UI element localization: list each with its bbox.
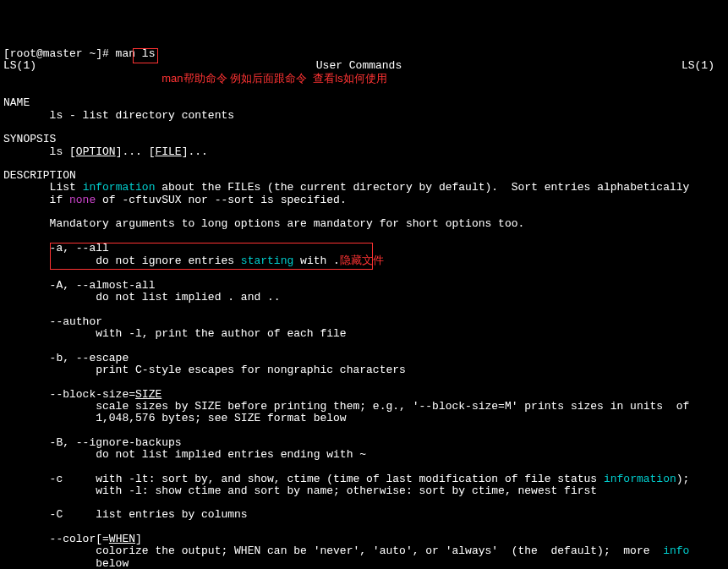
terminal-manpage[interactable]: [root@master ~]# man lsLS(1)User Command… bbox=[0, 48, 728, 569]
name-line: ls - list directory contents bbox=[50, 109, 234, 122]
section-description-hdr: DESCRIPTION bbox=[3, 169, 76, 182]
header-center: User Commands bbox=[316, 60, 402, 72]
shell-prompt: [root@master ~]# man ls bbox=[3, 47, 155, 60]
opt-c: -c bbox=[50, 473, 63, 485]
desc-line1: List information about the FILEs (the cu… bbox=[50, 181, 690, 194]
opt-b-desc: print C-style escapes for nongraphic cha… bbox=[96, 364, 406, 376]
header-left: LS(1) bbox=[3, 60, 36, 72]
header-right: LS(1) bbox=[681, 60, 714, 72]
opt-A: -A, --almost-all bbox=[50, 279, 156, 292]
opt-author-desc: with -l, print the author of each file bbox=[96, 327, 346, 340]
annotation-hidden: 隐藏文件 bbox=[340, 254, 384, 266]
opt-color-desc2: below bbox=[96, 557, 129, 569]
desc-line2: if none of -cftuvSUX nor --sort is speci… bbox=[50, 194, 347, 206]
option-a-block: -a, --all do not ignore entries starting… bbox=[3, 243, 725, 268]
synopsis-line: ls [OPTION]... [FILE]... bbox=[50, 145, 208, 158]
opt-C: -C bbox=[50, 508, 63, 521]
manpage-header: LS(1)User CommandsLS(1) bbox=[3, 60, 725, 72]
opt-c-desc1: with -lt: sort by, and show, ctime (time… bbox=[96, 473, 689, 485]
opt-A-desc: do not list implied . and .. bbox=[96, 291, 280, 304]
opt-author: --author bbox=[50, 315, 102, 328]
opt-color: --color[=WHEN] bbox=[50, 533, 142, 545]
opt-color-desc1: colorize the output; WHEN can be 'never'… bbox=[96, 544, 689, 557]
annotation-man: man帮助命令 例如后面跟命令 查看ls如何使用 bbox=[3, 73, 725, 85]
opt-blocksize: --block-size=SIZE bbox=[50, 388, 162, 401]
opt-a-desc: do not ignore entries starting with . bbox=[96, 254, 340, 267]
opt-c-desc2: with -l: show ctime and sort by name; ot… bbox=[96, 484, 597, 497]
opt-C-desc: list entries by columns bbox=[96, 508, 247, 521]
desc-line3: Mandatory arguments to long options are … bbox=[50, 217, 525, 230]
section-name-hdr: NAME bbox=[3, 96, 30, 109]
opt-blocksize-desc2: 1,048,576 bytes; see SIZE format below bbox=[96, 412, 346, 424]
opt-B-desc: do not list implied entries ending with … bbox=[96, 448, 366, 461]
section-synopsis-hdr: SYNOPSIS bbox=[3, 133, 56, 145]
opt-blocksize-desc1: scale sizes by SIZE before printing them… bbox=[96, 400, 689, 413]
opt-B: -B, --ignore-backups bbox=[50, 436, 182, 449]
opt-a: -a, --all bbox=[50, 242, 109, 254]
opt-b: -b, --escape bbox=[50, 352, 129, 364]
